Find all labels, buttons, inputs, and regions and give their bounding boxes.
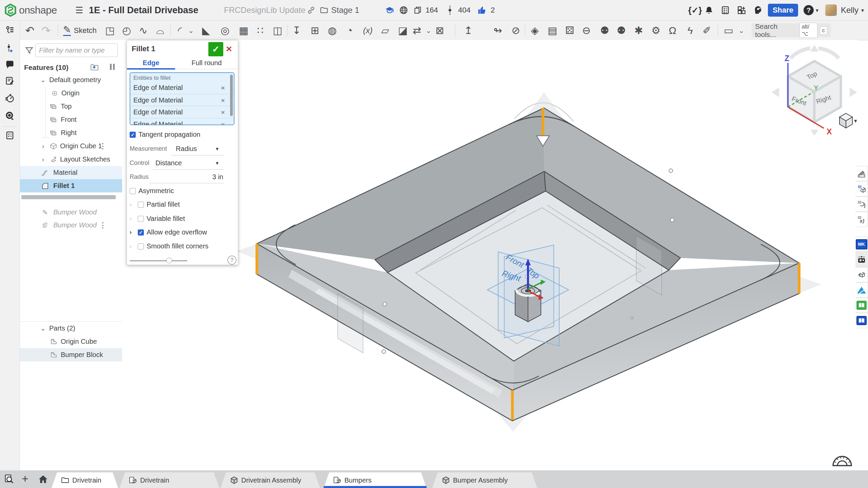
fillet-icon[interactable]: ◜ [178,25,182,36]
measurement-caret-icon[interactable]: ▾ [216,146,219,152]
comment-icon[interactable] [5,60,15,69]
surface-icon[interactable]: ▱ [381,25,389,36]
split-icon[interactable]: ◔ [346,25,353,36]
electrical-icon[interactable]: ϟ [687,25,693,36]
document-title[interactable]: 1E - Full Detail Drivebase [89,5,199,16]
avatar[interactable] [825,4,837,16]
notes-icon[interactable] [5,76,15,86]
search-tools-button[interactable]: Search tools... alt/⌥ c [752,23,831,37]
versions-icon[interactable] [5,43,14,54]
suppress-pause-icon[interactable] [110,64,115,70]
primitive-cube-icon[interactable]: ◈ [531,25,539,36]
help-button[interactable]: ? [804,5,814,15]
tab-assembly-bumper[interactable]: Bumper Assembly [432,472,537,488]
allow-edge-overflow-row[interactable]: › ✓ Allow edge overflow [130,228,225,236]
mkcad-app-button[interactable]: MK [855,237,868,252]
remove-entity-icon[interactable]: × [221,120,225,126]
tab-partstudio-drivetrain[interactable]: Drivetrain [119,472,219,488]
tab-edge[interactable]: Edge [127,57,175,69]
radius-row[interactable]: Radius [130,173,225,181]
chevron-down-icon[interactable]: ⌄ [40,324,46,332]
checkbox-unchecked[interactable] [138,216,144,222]
measurement-select[interactable]: Radius [176,145,197,153]
new-folder-icon[interactable] [90,63,99,71]
cancel-button[interactable]: × [226,43,232,55]
history-stopwatch-icon[interactable] [5,94,15,103]
tree-item-default-geometry[interactable]: ⌄ Default geometry [20,73,122,87]
cad-app-triangle-button[interactable] [855,282,868,298]
expand-chevron-icon[interactable]: › [130,229,135,236]
checklist-panel-icon[interactable] [5,131,15,140]
control-row[interactable]: Control Distance [130,159,225,167]
tangent-propagation-row[interactable]: ✓ Tangent propagation [130,131,225,138]
trim-surface-icon[interactable]: ◪ [398,25,408,36]
education-cap-icon[interactable] [385,5,394,15]
tree-item-bumper-wood-extrude[interactable]: Bumper Wood ⋮ [20,219,122,232]
notifications-bell-icon[interactable] [704,6,714,15]
entity-list-item[interactable]: Edge of Material × [130,94,234,106]
onshape-logo-icon[interactable] [4,3,17,17]
belt-icon[interactable]: Ω [669,25,676,36]
part-item-bumper-block[interactable]: Bumper Block [20,348,122,361]
drag-handle-dots-icon[interactable]: ⋮ [99,221,107,230]
robot-feature-2-icon[interactable]: ⚉ [617,25,626,36]
variable-fillet-row[interactable]: › Variable fillet [130,215,225,223]
tree-item-fillet-1-selected[interactable]: Fillet 1 [20,179,122,192]
view-options-caret-icon[interactable]: ▾ [854,118,857,124]
undo-button[interactable]: ↶ [25,25,35,36]
extrude-icon[interactable]: ◳ [105,25,115,36]
folder-icon[interactable] [320,6,328,15]
chevron-right-icon[interactable]: › [40,156,46,163]
confirm-button[interactable]: ✓ [208,42,223,56]
tasks-checklist-icon[interactable] [721,6,730,15]
marker-icon[interactable]: ✐ [702,25,711,36]
rollback-bar[interactable] [21,195,116,199]
delete-body-icon[interactable]: ⊠ [435,25,444,36]
tree-item-layout-sketches[interactable]: › Layout Sketches [20,153,122,166]
fillet-caret-icon[interactable]: ⌄ [188,27,194,34]
move-face-icon[interactable]: ↥ [464,25,472,36]
chevron-right-icon[interactable]: › [40,143,46,150]
tree-item-origin[interactable]: Origin [20,87,122,100]
entity-list-item[interactable]: Edge of Material × [130,82,234,94]
parts-header-row[interactable]: ⌄ Parts (2) [20,322,122,335]
tab-assembly-drivetrain[interactable]: Drivetrain Assembly [221,472,320,488]
robot-app-button[interactable] [855,252,868,267]
tree-item-front-plane[interactable]: Front [20,113,122,126]
smooth-fillet-corners-row[interactable]: › Smooth fillet corners [130,242,225,250]
thumbs-up-icon[interactable] [477,5,487,15]
measurement-row[interactable]: Measurement Radius [130,145,225,153]
filter-funnel-icon[interactable] [25,46,34,55]
redo-button[interactable]: ↷ [42,25,51,36]
search-tabs-icon[interactable] [4,474,14,484]
workspace-name[interactable]: FRCDesignLib Update [224,5,305,15]
configurations-panel-button[interactable] [855,181,868,196]
remove-entity-icon[interactable]: × [221,108,225,116]
configured-features-panel-button[interactable]: } [855,196,868,212]
control-caret-icon[interactable]: ▾ [216,160,219,166]
share-button[interactable]: Share [768,4,798,17]
control-select[interactable]: Distance [155,159,182,167]
user-caret-icon[interactable]: ▾ [861,7,864,14]
partial-fillet-row[interactable]: › Partial fillet [130,201,225,208]
tree-item-material[interactable]: Material [20,166,122,179]
version-graph-icon[interactable] [447,5,453,15]
tree-item-bumper-wood-sketch[interactable]: ✎ Bumper Wood [20,206,122,219]
drag-handle-dots-icon[interactable]: ⋮ [99,142,107,151]
checkbox-unchecked[interactable] [138,202,144,208]
apps-grid-icon[interactable] [737,6,746,15]
location-breadcrumb[interactable]: Stage 1 [331,5,359,15]
filter-input[interactable] [35,43,118,57]
blue-library-app-button[interactable] [855,313,868,328]
user-name[interactable]: Kelly [841,5,858,15]
view-options-button[interactable]: ▾ [839,113,857,128]
checkbox-unchecked[interactable] [138,243,144,249]
tab-full-round[interactable]: Full round [181,57,232,69]
derived-icon[interactable]: ↧ [292,25,301,36]
custom-feature-icon[interactable]: ✱ [634,25,643,36]
composite-part-icon[interactable]: ⊞ [310,25,319,36]
expand-chevron-icon[interactable]: › [130,201,135,208]
circular-pattern-icon[interactable]: ∷ [257,25,263,36]
loft-icon[interactable]: ⌓ [156,25,164,36]
help-caret-icon[interactable]: ▾ [816,7,818,14]
